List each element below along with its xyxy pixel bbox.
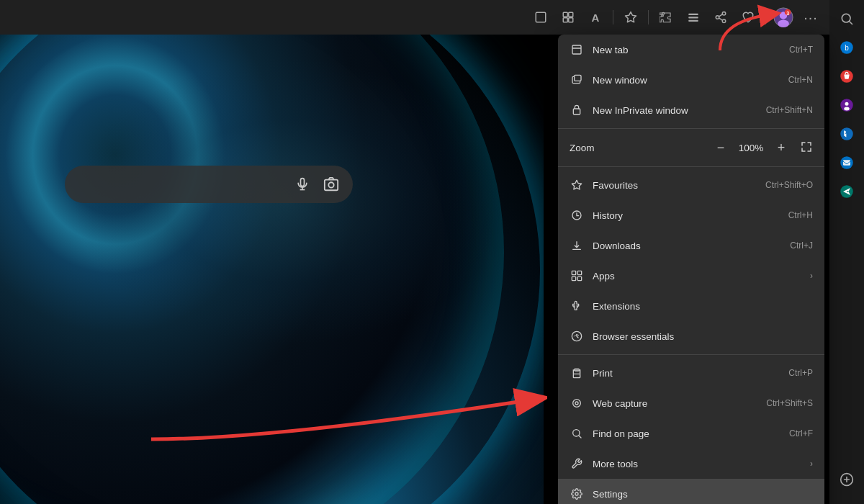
star-icon[interactable] bbox=[618, 4, 644, 30]
apps-chevron: › bbox=[810, 271, 813, 281]
svg-point-14 bbox=[716, 16, 719, 19]
svg-point-54 bbox=[840, 127, 853, 140]
heart-icon[interactable] bbox=[735, 4, 761, 30]
menu-item-history[interactable]: History Ctrl+H bbox=[558, 200, 824, 230]
menu-item-find-on-page[interactable]: Find on page Ctrl+F bbox=[558, 418, 824, 449]
new-window-label: New window bbox=[593, 75, 788, 86]
sidebar-bing-btn[interactable] bbox=[834, 121, 860, 147]
tab-icon[interactable] bbox=[528, 4, 554, 30]
menu-item-more-tools[interactable]: More tools › bbox=[558, 449, 824, 479]
menu-item-favourites[interactable]: Favourites Ctrl+Shift+O bbox=[558, 170, 824, 200]
sidebar-outlook-btn[interactable] bbox=[834, 150, 860, 176]
zoom-minus-btn[interactable]: − bbox=[711, 138, 731, 158]
extensions-label: Extensions bbox=[593, 301, 813, 312]
divider-3 bbox=[558, 354, 824, 355]
favourites-shortcut: Ctrl+Shift+O bbox=[765, 180, 813, 190]
svg-text:b: b bbox=[845, 44, 849, 52]
inprivate-shortcut: Ctrl+Shift+N bbox=[766, 105, 813, 115]
svg-rect-56 bbox=[843, 160, 850, 166]
svg-rect-12 bbox=[688, 20, 698, 22]
svg-line-40 bbox=[579, 436, 581, 438]
apps-icon bbox=[570, 269, 584, 283]
font-icon[interactable]: A bbox=[582, 4, 608, 30]
menu-item-extensions[interactable]: Extensions bbox=[558, 291, 824, 321]
more-tools-label: More tools bbox=[593, 459, 804, 469]
profile-icon[interactable]: 3 bbox=[770, 4, 796, 30]
search-bar[interactable] bbox=[65, 166, 353, 203]
divider-2 bbox=[558, 166, 824, 167]
svg-rect-5 bbox=[536, 12, 546, 22]
menu-item-apps[interactable]: Apps › bbox=[558, 261, 824, 291]
grid-icon[interactable] bbox=[555, 4, 581, 30]
zoom-value: 100% bbox=[737, 143, 765, 153]
menu-item-print[interactable]: Print Ctrl+P bbox=[558, 358, 824, 388]
toolbar-divider-1 bbox=[613, 10, 613, 24]
context-menu: New tab Ctrl+T New window Ctrl+N New InP… bbox=[558, 35, 824, 504]
find-icon bbox=[570, 426, 584, 441]
menu-item-new-window[interactable]: New window Ctrl+N bbox=[558, 65, 824, 95]
browser-essentials-label: Browser essentials bbox=[593, 331, 813, 342]
puzzle-icon[interactable] bbox=[653, 4, 679, 30]
svg-rect-26 bbox=[575, 75, 581, 81]
collections-icon[interactable] bbox=[680, 4, 706, 30]
history-label: History bbox=[593, 210, 788, 221]
zoom-plus-btn[interactable]: + bbox=[771, 138, 791, 158]
svg-point-38 bbox=[575, 402, 578, 405]
right-sidebar: b bbox=[829, 0, 864, 504]
svg-point-4 bbox=[328, 182, 333, 187]
svg-rect-30 bbox=[572, 271, 575, 274]
web-capture-label: Web capture bbox=[593, 398, 766, 409]
settings-icon bbox=[570, 487, 584, 501]
sidebar-shopping-btn[interactable] bbox=[834, 63, 860, 89]
apps-label: Apps bbox=[593, 271, 804, 282]
svg-rect-27 bbox=[573, 109, 580, 114]
favourites-label: Favourites bbox=[593, 180, 765, 191]
camera-icon[interactable] bbox=[321, 174, 341, 194]
svg-rect-3 bbox=[325, 180, 338, 191]
svg-rect-0 bbox=[301, 179, 305, 186]
new-tab-shortcut: Ctrl+T bbox=[789, 45, 813, 55]
more-tools-chevron: › bbox=[810, 459, 813, 469]
new-window-shortcut: Ctrl+N bbox=[788, 75, 813, 85]
print-icon bbox=[570, 366, 584, 380]
new-tab-label: New tab bbox=[593, 45, 789, 55]
menu-item-web-capture[interactable]: Web capture Ctrl+Shift+S bbox=[558, 388, 824, 418]
sidebar-send-btn[interactable] bbox=[834, 179, 860, 204]
downloads-icon bbox=[570, 238, 584, 253]
toolbar-divider-2 bbox=[648, 10, 649, 24]
mic-icon[interactable] bbox=[292, 174, 312, 194]
menu-item-downloads[interactable]: Downloads Ctrl+J bbox=[558, 230, 824, 261]
svg-rect-33 bbox=[577, 276, 581, 280]
favourites-icon bbox=[570, 178, 584, 192]
menu-item-inprivate[interactable]: New InPrivate window Ctrl+Shift+N bbox=[558, 95, 824, 125]
menu-item-new-tab[interactable]: New tab Ctrl+T bbox=[558, 35, 824, 65]
svg-point-36 bbox=[579, 372, 580, 372]
menu-item-browser-essentials[interactable]: Browser essentials bbox=[558, 321, 824, 351]
svg-rect-6 bbox=[563, 12, 567, 17]
earth-glow bbox=[0, 0, 540, 504]
svg-rect-8 bbox=[563, 18, 567, 22]
menu-item-settings[interactable]: Settings bbox=[558, 479, 824, 504]
browser-essentials-icon bbox=[570, 329, 584, 343]
svg-rect-32 bbox=[572, 276, 575, 280]
more-options-icon[interactable]: ··· bbox=[798, 4, 824, 30]
sidebar-people-btn[interactable] bbox=[834, 92, 860, 118]
sidebar-copilot-btn[interactable]: b bbox=[834, 35, 860, 60]
svg-rect-9 bbox=[569, 18, 573, 22]
zoom-controls: − 100% + bbox=[711, 138, 813, 158]
new-window-icon bbox=[570, 73, 584, 87]
svg-point-13 bbox=[722, 12, 726, 16]
svg-line-16 bbox=[719, 14, 723, 17]
svg-line-17 bbox=[719, 18, 723, 20]
sidebar-search-btn[interactable] bbox=[834, 6, 860, 32]
zoom-label: Zoom bbox=[570, 143, 711, 153]
svg-rect-7 bbox=[569, 12, 573, 17]
zoom-expand-btn[interactable] bbox=[800, 140, 813, 156]
extensions-icon bbox=[570, 299, 584, 313]
sidebar-add-btn[interactable] bbox=[834, 467, 860, 492]
downloads-label: Downloads bbox=[593, 240, 790, 251]
share-icon[interactable] bbox=[708, 4, 734, 30]
web-capture-shortcut: Ctrl+Shift+S bbox=[766, 398, 813, 408]
background-earth bbox=[0, 0, 544, 504]
svg-point-20 bbox=[778, 20, 789, 28]
